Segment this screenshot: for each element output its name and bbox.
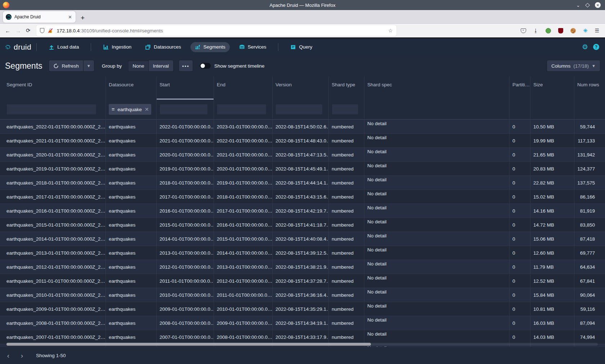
window-maximize-icon[interactable] <box>585 3 590 8</box>
column-header-shard-type[interactable]: Shard type <box>329 76 364 100</box>
next-page-button[interactable]: › <box>17 350 27 361</box>
ublock-origin-icon[interactable] <box>558 28 563 33</box>
new-tab-button[interactable]: + <box>81 14 85 21</box>
horizontal-scrollbar-thumb[interactable] <box>6 343 371 346</box>
tracking-protection-shield-icon[interactable] <box>40 28 44 33</box>
nav-item-segments[interactable]: Segments <box>191 42 230 52</box>
cell-segment-id[interactable]: earthquakes_2011-01-01T00:00:00.000Z_2… <box>0 274 106 288</box>
refresh-button[interactable]: Refresh <box>49 60 83 71</box>
cell-partition: 0 <box>510 260 530 274</box>
column-header-version[interactable]: Version <box>273 76 329 100</box>
datasource-filter-chip[interactable]: = earthquake ✕ <box>109 104 151 115</box>
cell-datasource: earthquakes <box>106 134 157 147</box>
cell-version: 2022-08-15T14:40:08.4… <box>273 232 329 246</box>
column-header-shard-spec[interactable]: Shard spec <box>364 76 510 100</box>
segment-row: earthquakes_2010-01-01T00:00:00.000Z_2…e… <box>0 288 605 302</box>
tab-close-icon[interactable]: ✕ <box>67 14 73 20</box>
columns-button[interactable]: Columns (17/18) ▼ <box>547 60 600 71</box>
cell-segment-id[interactable]: earthquakes_2020-01-01T00:00:00.000Z_2… <box>0 148 106 161</box>
cell-size: 15.84 MB <box>530 288 574 302</box>
cell-version: 2022-08-15T14:43:15.6… <box>273 190 329 204</box>
cell-end: 2019-01-01T00:00:00.0… <box>214 176 273 190</box>
column-header-end[interactable]: End <box>214 76 273 100</box>
group-by-button-group: None Interval <box>128 60 173 71</box>
cell-segment-id[interactable]: earthquakes_2017-01-01T00:00:00.000Z_2… <box>0 190 106 204</box>
refresh-label: Refresh <box>62 63 79 69</box>
cell-segment-id[interactable]: earthquakes_2022-01-01T00:00:00.000Z_2… <box>0 120 106 133</box>
druid-brand[interactable]: druid <box>5 43 31 51</box>
cell-segment-id[interactable]: earthquakes_2010-01-01T00:00:00.000Z_2… <box>0 288 106 302</box>
nav-separator <box>278 43 278 51</box>
nav-item-load-data[interactable]: Load data <box>44 42 83 52</box>
cookie-extension-icon[interactable] <box>570 28 576 33</box>
cell-segment-id[interactable]: earthquakes_2021-01-01T00:00:00.000Z_2… <box>0 134 106 147</box>
filter-input-shard-type[interactable] <box>332 104 358 115</box>
group-by-none-button[interactable]: None <box>128 60 148 71</box>
column-header-size[interactable]: Size <box>530 76 574 100</box>
cell-datasource: earthquakes <box>106 162 157 176</box>
nav-item-query[interactable]: Query <box>286 42 317 52</box>
help-icon[interactable]: ? <box>593 44 599 50</box>
privacy-badger-icon[interactable] <box>546 28 551 33</box>
url-bar[interactable]: 🔒 172.18.0.4:30109/unified-console.html#… <box>36 25 396 36</box>
filter-input-end[interactable] <box>217 104 266 115</box>
remove-filter-icon[interactable]: ✕ <box>145 106 149 112</box>
column-header-num-rows[interactable]: Num rows <box>574 76 605 100</box>
screen: Apache Druid — Mozilla Firefox ⌄ ✕ Apach… <box>0 0 605 364</box>
window-close-icon[interactable]: ✕ <box>595 2 601 8</box>
cell-segment-id[interactable]: earthquakes_2016-01-01T00:00:00.000Z_2… <box>0 204 106 218</box>
nav-item-services[interactable]: Services <box>235 42 271 52</box>
filter-input-segment-id[interactable] <box>6 104 97 115</box>
cell-num-rows: 69,777 <box>574 246 605 260</box>
refresh-options-button[interactable]: ▼ <box>84 60 94 71</box>
column-header-segment-id[interactable]: Segment ID <box>0 76 106 100</box>
cell-segment-id[interactable]: earthquakes_2014-01-01T00:00:00.000Z_2… <box>0 232 106 246</box>
cell-start: 2021-01-01T00:00:00.0… <box>157 134 214 147</box>
url-path: :30109/unified-console.html#segments <box>80 28 163 33</box>
cell-num-rows: 64,634 <box>574 260 605 274</box>
filter-input-start[interactable] <box>160 104 208 115</box>
cell-segment-id[interactable]: earthquakes_2019-01-01T00:00:00.000Z_2… <box>0 162 106 176</box>
column-header-start[interactable]: Start <box>157 76 214 100</box>
cell-partition: 0 <box>510 148 530 161</box>
previous-page-button[interactable]: ‹ <box>3 350 14 361</box>
multi-account-container-icon[interactable]: ✳ <box>583 27 588 34</box>
cell-start: 2022-01-01T00:00:00.0… <box>157 120 214 133</box>
chevron-down-icon: ▼ <box>87 64 91 68</box>
group-by-interval-button[interactable]: Interval <box>149 60 173 71</box>
reload-button[interactable]: ⟳ <box>26 27 31 34</box>
column-header-partition[interactable]: Partiti… <box>510 76 530 100</box>
more-options-button[interactable]: ••• <box>179 60 193 71</box>
window-minimize-icon[interactable]: ⌄ <box>576 3 580 8</box>
insecure-lock-icon[interactable]: 🔒 <box>48 28 53 33</box>
cell-segment-id[interactable]: earthquakes_2018-01-01T00:00:00.000Z_2… <box>0 176 106 190</box>
back-button[interactable]: ← <box>5 28 10 34</box>
cell-segment-id[interactable]: earthquakes_2012-01-01T00:00:00.000Z_2… <box>0 260 106 274</box>
cell-segment-id[interactable]: earthquakes_2013-01-01T00:00:00.000Z_2… <box>0 246 106 260</box>
cell-segment-id[interactable]: earthquakes_2007-01-01T00:00:00.000Z_2… <box>0 330 106 344</box>
segment-timeline-toggle[interactable] <box>200 63 211 69</box>
settings-gear-icon[interactable]: ⚙ <box>582 44 588 50</box>
downloads-icon[interactable]: ⭳ <box>533 28 538 33</box>
cell-segment-id[interactable]: earthquakes_2009-01-01T00:00:00.000Z_2… <box>0 302 106 316</box>
window-titlebar: Apache Druid — Mozilla Firefox ⌄ ✕ <box>0 0 605 10</box>
column-header-datasource[interactable]: Datasource <box>106 76 157 100</box>
cell-end: 2018-01-01T00:00:00.0… <box>214 190 273 204</box>
bookmark-star-icon[interactable]: ☆ <box>388 28 393 33</box>
refresh-icon <box>53 63 59 69</box>
horizontal-scrollbar-track[interactable] <box>6 343 598 346</box>
nav-item-datasources[interactable]: Datasources <box>141 42 185 52</box>
browser-tab[interactable]: Apache Druid ✕ <box>3 11 76 23</box>
cell-end: 2021-01-01T00:00:00.0… <box>214 148 273 161</box>
menu-hamburger-icon[interactable]: ☰ <box>595 28 599 33</box>
druid-navbar: druid Load data Ingestion Datasour <box>0 38 605 55</box>
cell-version: 2022-08-15T14:34:19.1… <box>273 316 329 330</box>
cell-segment-id[interactable]: earthquakes_2015-01-01T00:00:00.000Z_2… <box>0 218 106 232</box>
nav-item-ingestion[interactable]: Ingestion <box>99 42 136 52</box>
filter-input-version[interactable] <box>275 104 323 115</box>
cell-segment-id[interactable]: earthquakes_2008-01-01T00:00:00.000Z_2… <box>0 316 106 330</box>
forward-button[interactable]: → <box>15 28 21 34</box>
cell-version: 2022-08-15T14:48:43.0… <box>273 134 329 147</box>
cell-end: 2016-01-01T00:00:00.0… <box>214 218 273 232</box>
pocket-icon[interactable] <box>521 28 526 33</box>
